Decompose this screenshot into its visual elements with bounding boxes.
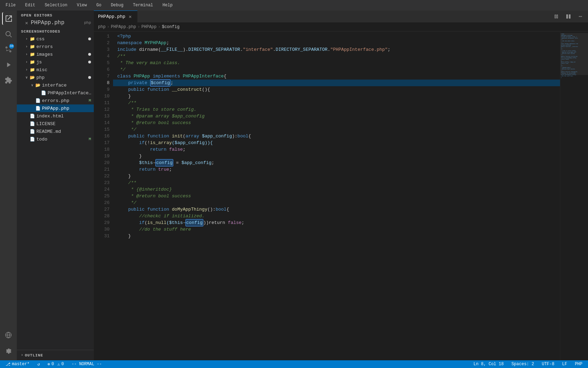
- menu-selection[interactable]: Selection: [43, 2, 70, 8]
- modified-badge: [88, 38, 91, 40]
- menu-go[interactable]: Go: [94, 2, 103, 8]
- folder-icon: 📁: [29, 44, 35, 49]
- breadcrumb-php[interactable]: php: [98, 25, 106, 29]
- folder-interface[interactable]: ∨ 📂 interface: [17, 81, 94, 89]
- menu-help[interactable]: Help: [160, 2, 175, 8]
- menu-bar: File Edit Selection View Go Debug Termin…: [4, 2, 175, 8]
- menu-debug[interactable]: Debug: [109, 2, 126, 8]
- index-html-label: index.html: [36, 114, 94, 119]
- menu-file[interactable]: File: [4, 2, 18, 8]
- php-file-icon: 📄: [35, 105, 41, 111]
- file-readme[interactable]: 📄 README.md: [17, 128, 94, 135]
- svg-point-0: [6, 32, 10, 36]
- folder-misc[interactable]: › 📁 misc: [17, 66, 94, 74]
- indentation-status[interactable]: Spaces: 2: [509, 360, 536, 368]
- menu-view[interactable]: View: [75, 2, 89, 8]
- file-phpappinterface[interactable]: 📄 PHPAppInterface....: [17, 89, 94, 97]
- title-bar: File Edit Selection View Go Debug Termin…: [0, 0, 588, 11]
- tab-actions: ⋯: [549, 11, 588, 22]
- run-icon[interactable]: [2, 59, 15, 71]
- line-ending-status[interactable]: LF: [560, 360, 569, 368]
- folder-icon: 📁: [29, 67, 35, 73]
- folder-icon: 📁: [29, 52, 35, 57]
- readme-file-icon: 📄: [29, 129, 35, 134]
- folder-errors[interactable]: › 📁 errors: [17, 43, 94, 50]
- language-status[interactable]: PHP: [573, 360, 584, 368]
- chevron-down-icon: ∨: [24, 75, 29, 80]
- breadcrumb-phpapp[interactable]: PHPApp: [141, 25, 156, 29]
- explorer-icon[interactable]: [2, 12, 15, 25]
- outline-section[interactable]: › OUTLINE: [17, 350, 94, 360]
- outline-label: OUTLINE: [25, 353, 43, 357]
- git-branch-label: master*: [12, 362, 29, 367]
- spacer: [24, 136, 29, 142]
- modified-badge: [88, 53, 91, 56]
- menu-edit[interactable]: Edit: [23, 2, 37, 8]
- source-control-icon[interactable]: 30: [2, 43, 15, 56]
- folder-images[interactable]: › 📁 images: [17, 50, 94, 58]
- tab-bar: PHPApp.php ✕ ⋯: [94, 11, 588, 23]
- sidebar: OPEN EDITORS ✕ PHPApp.php php SCREENSHOT…: [17, 11, 94, 360]
- open-editor-phpapp[interactable]: ✕ PHPApp.php php: [17, 19, 94, 27]
- git-branch-status[interactable]: ⎇ master*: [4, 360, 31, 368]
- folder-open-icon: 📂: [35, 82, 41, 88]
- encoding-status[interactable]: UTF-8: [540, 360, 556, 368]
- chevron-right-icon: ›: [24, 44, 29, 49]
- more-actions-button[interactable]: ⋯: [575, 12, 585, 21]
- folder-css[interactable]: › 📁 css: [17, 35, 94, 43]
- toggle-sidebar-button[interactable]: [564, 12, 573, 21]
- remote-icon[interactable]: [2, 329, 15, 341]
- spacer: [29, 105, 35, 111]
- tab-spacer: [138, 11, 549, 22]
- folder-js-label: js: [36, 60, 88, 65]
- tab-phpapp[interactable]: PHPApp.php ✕: [94, 11, 138, 22]
- chevron-down-icon: ∨: [29, 82, 35, 88]
- tab-close-button[interactable]: ✕: [127, 14, 133, 20]
- errors-php-label: errors.php: [42, 98, 89, 103]
- editor-area: PHPApp.php ✕ ⋯ php › PHPApp.php › PHPApp…: [94, 11, 588, 360]
- file-index-html[interactable]: 📄 index.html: [17, 112, 94, 120]
- breadcrumb-config[interactable]: $config: [162, 25, 179, 29]
- chevron-right-icon: ›: [24, 59, 29, 65]
- phpapp-php-label: PHPApp.php: [42, 106, 94, 111]
- html-file-icon: 📄: [29, 113, 35, 119]
- status-left: ⎇ master* ↺ ⊗ 0 ⚠ 0 -- NORMAL --: [4, 360, 104, 368]
- search-icon[interactable]: [2, 28, 15, 40]
- folder-php[interactable]: ∨ 📂 php: [17, 74, 94, 81]
- cursor-position-status[interactable]: Ln 8, Col 18: [471, 360, 506, 368]
- breadcrumb-phpappphp[interactable]: PHPApp.php: [111, 25, 136, 29]
- file-phpapp-php[interactable]: 📄 PHPApp.php: [17, 104, 94, 112]
- phpappinterface-label: PHPAppInterface....: [48, 90, 94, 96]
- file-todo[interactable]: 📄 todo M: [17, 135, 94, 143]
- warning-count: 0: [61, 362, 64, 367]
- code-editor[interactable]: <?phpnamespace MYPHPApp;include dirname(…: [113, 32, 560, 360]
- folder-icon: 📁: [29, 36, 35, 42]
- svg-rect-5: [569, 14, 570, 19]
- line-numbers: 1234567891011121314151617181920212223242…: [94, 32, 113, 360]
- activity-bottom: [2, 329, 15, 360]
- folder-js[interactable]: › 📁 js: [17, 58, 94, 66]
- minimap-preview: <?phpnamespace MYPHPApp;include dirname(…: [560, 33, 588, 75]
- chevron-right-icon: ›: [24, 36, 29, 42]
- folder-misc-label: misc: [36, 67, 94, 73]
- breadcrumb-sep-3: ›: [158, 25, 160, 29]
- chevron-right-icon: ›: [24, 67, 29, 73]
- close-icon[interactable]: ✕: [24, 20, 29, 26]
- svg-line-1: [10, 35, 12, 37]
- menu-terminal[interactable]: Terminal: [131, 2, 155, 8]
- modified-badge: [88, 76, 91, 79]
- sync-status[interactable]: ↺: [35, 360, 42, 368]
- php-file-icon: 📄: [35, 98, 41, 103]
- error-icon: ⊗: [48, 362, 50, 367]
- folder-interface-label: interface: [42, 83, 94, 88]
- extensions-icon[interactable]: [2, 74, 15, 87]
- file-license[interactable]: 📄 LICENSE: [17, 120, 94, 128]
- folder-icon: 📁: [29, 59, 35, 65]
- cursor-position-label: Ln 8, Col 18: [474, 362, 504, 367]
- split-editor-button[interactable]: [552, 12, 561, 21]
- settings-icon[interactable]: [2, 344, 15, 357]
- file-tree: › 📁 css › 📁 errors › 📁 images › 📁: [17, 35, 94, 350]
- problems-status[interactable]: ⊗ 0 ⚠ 0: [46, 360, 66, 368]
- file-errors-php[interactable]: 📄 errors.php M: [17, 97, 94, 104]
- breadcrumb: php › PHPApp.php › PHPApp › $config: [94, 23, 588, 32]
